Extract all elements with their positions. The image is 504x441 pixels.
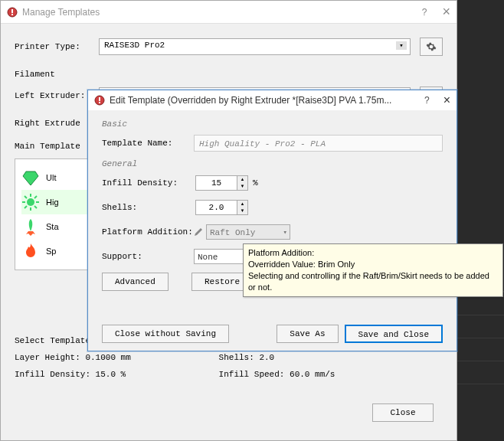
flame-icon [21, 242, 40, 260]
svg-rect-15 [99, 102, 100, 103]
template-name-label: Template Name: [102, 139, 194, 148]
shells-info: Shells: 2.0 [219, 353, 418, 362]
left-extruder-label: Left Extruder: [15, 91, 99, 100]
tooltip-line: Selecting and controlling if the Raft/Br… [248, 270, 498, 293]
dialog-titlebar: Edit Template (Overridden by Right Extru… [88, 90, 457, 110]
save-and-close-button[interactable]: Save and Close [345, 325, 443, 343]
up-arrow-icon[interactable]: ▲ [237, 176, 247, 183]
infill-density-label: Infill Density: [102, 178, 194, 188]
dialog-close-icon[interactable]: × [443, 93, 450, 107]
platform-addition-select[interactable]: Raft Only [206, 224, 290, 240]
sun-icon [21, 193, 40, 211]
printer-type-select[interactable]: RAISE3D Pro2 [99, 38, 411, 55]
app-icon [7, 7, 18, 18]
svg-rect-1 [11, 9, 13, 13]
infill-density-stepper[interactable]: ▲▼ [195, 175, 248, 191]
close-without-saving-button[interactable]: Close without Saving [102, 325, 229, 343]
svg-line-11 [25, 206, 27, 208]
shells-input[interactable] [195, 200, 237, 215]
close-icon[interactable]: × [442, 4, 450, 20]
unit-label: % [253, 178, 258, 188]
tooltip-line: Platform Addition: [248, 247, 498, 259]
close-button[interactable]: Close [372, 403, 434, 422]
dialog-title: Edit Template (Overridden by Right Extru… [110, 95, 424, 106]
diamond-icon [21, 168, 40, 187]
layer-height-info: Layer Height: 0.1000 mm [15, 353, 214, 362]
infill-density-input[interactable] [195, 175, 237, 191]
shells-label: Shells: [102, 203, 194, 212]
infill-speed-info: Infill Speed: 60.0 mm/s [219, 370, 418, 379]
template-item-label: Ult [46, 173, 56, 182]
up-arrow-icon[interactable]: ▲ [237, 201, 247, 207]
svg-marker-3 [23, 172, 38, 185]
rocket-icon [21, 217, 40, 236]
pencil-icon [194, 227, 203, 237]
app-icon [94, 95, 105, 106]
printer-type-label: Printer Type: [15, 42, 99, 51]
advanced-button[interactable]: Advanced [102, 273, 169, 291]
down-arrow-icon[interactable]: ▼ [237, 207, 247, 214]
template-name-field[interactable]: High Quality - Pro2 - PLA [194, 135, 443, 152]
titlebar: Manage Templates ? × [1, 1, 457, 24]
svg-rect-2 [11, 14, 13, 15]
template-item-label: Hig [46, 198, 59, 207]
window-title: Manage Templates [22, 7, 422, 18]
svg-rect-14 [99, 97, 100, 101]
gear-icon [426, 41, 437, 52]
tooltip-line: Overridden Value: Brim Only [248, 259, 498, 270]
support-label: Support: [102, 252, 194, 261]
template-item-label: Sta [46, 222, 59, 231]
printer-type-settings-button[interactable] [420, 38, 443, 56]
svg-line-9 [25, 196, 27, 198]
app-background [457, 0, 504, 441]
edit-template-dialog: Edit Template (Overridden by Right Extru… [87, 90, 457, 351]
svg-line-12 [34, 196, 37, 198]
filament-label: Filament [15, 70, 443, 79]
tooltip: Platform Addition: Overridden Value: Bri… [243, 243, 503, 297]
dialog-help-button[interactable]: ? [424, 95, 430, 106]
svg-line-10 [34, 206, 37, 208]
save-as-button[interactable]: Save As [277, 325, 338, 343]
help-button[interactable]: ? [422, 7, 427, 18]
svg-point-4 [27, 198, 34, 206]
general-group-label: General [102, 159, 443, 168]
platform-addition-label: Platform Addition: [102, 227, 194, 237]
template-item-label: Sp [46, 247, 56, 256]
infill-density-info: Infill Density: 15.0 % [15, 370, 214, 379]
basic-group-label: Basic [102, 119, 443, 129]
right-extruder-label: Right Extrude [15, 119, 99, 128]
shells-stepper[interactable]: ▲▼ [195, 200, 248, 215]
down-arrow-icon[interactable]: ▼ [237, 183, 247, 190]
